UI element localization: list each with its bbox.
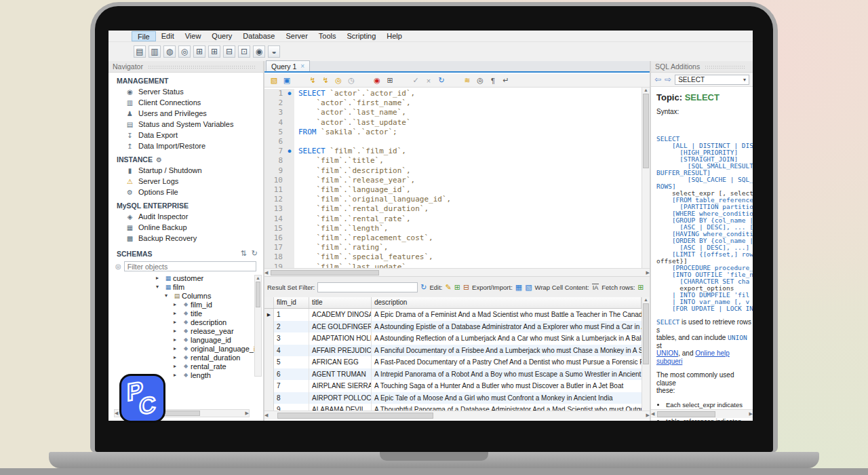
tree-item[interactable]: ▸ ◆ description [108,318,263,326]
cell-film-id[interactable]: 1 [274,309,309,321]
tree-item[interactable]: ▸ ◆ film_id [108,300,263,309]
menu-item[interactable]: Tools [313,31,342,41]
cell-title[interactable]: AFFAIR PREJUDICE [309,345,372,357]
cell-film-id[interactable]: 3 [274,332,309,345]
filter-objects-input[interactable] [124,261,256,271]
cell-title[interactable]: AFRICAN EGG [309,356,372,368]
scroll-right-icon[interactable]: ▶ [245,411,249,416]
tree-expander-icon[interactable]: ▸ [174,372,181,378]
union-link[interactable]: UNION [656,349,678,357]
cell-title[interactable]: ACE GOLDFINGER [309,321,372,333]
tree-vertical-scrollbar[interactable]: ▲ [254,275,262,377]
toolbar-icon[interactable]: ⊟ [223,45,235,58]
column-header-description[interactable]: description [372,297,642,308]
topic-dropdown[interactable]: SELECT ▾ [675,75,749,85]
scroll-left-icon[interactable]: ◀ [651,411,654,417]
tree-expander-icon[interactable]: ▸ [174,337,181,343]
menu-item[interactable]: File [132,31,156,41]
refresh-schemas-icon[interactable]: ↻ [252,249,258,258]
tree-item[interactable]: ▸ ▦ customer [108,273,263,282]
import-icon[interactable]: ▧ [525,283,532,292]
tree-expander-icon[interactable]: ▸ [174,345,181,352]
tree-item[interactable]: ▸ ◆ rental_rate [108,362,263,370]
tree-item[interactable]: ▸ ◆ language_id [108,335,263,344]
scrollbar-thumb[interactable] [643,94,649,168]
cell-film-id[interactable]: 6 [274,368,309,381]
editor-toolbar-icon[interactable]: ↵ [500,75,511,86]
scrollbar-thumb[interactable] [256,282,260,307]
scroll-left-icon[interactable]: ◀ [115,411,118,416]
refresh-icon[interactable]: ↻ [420,283,427,292]
tab-query-1[interactable]: Query 1 × [266,60,310,71]
table-row[interactable]: 7 AIRPLANE SIERRA A Touching Saga of a H… [264,380,642,392]
toolbar-icon[interactable]: ⊡ [238,45,250,58]
grid-vertical-scrollbar[interactable]: ▲ [642,297,650,411]
menu-item[interactable]: Database [237,31,280,41]
editor-vertical-scrollbar[interactable]: ▲ [642,88,650,268]
scrollbar-thumb[interactable] [643,303,649,364]
scroll-up-icon[interactable]: ▲ [256,276,260,280]
tree-expander-icon[interactable]: ▸ [174,319,181,325]
cell-title[interactable]: ACADEMY DINOSAUR [309,309,372,321]
cell-description[interactable]: A Touching Saga of a Hunter And a Butler… [372,380,642,392]
menu-item[interactable]: Scripting [342,31,382,41]
editor-toolbar-icon[interactable] [294,75,305,86]
cell-title[interactable]: AGENT TRUMAN [309,368,372,381]
menu-item[interactable]: Edit [156,31,180,41]
toolbar-icon[interactable]: ▤ [134,45,146,58]
editor-toolbar-icon[interactable] [397,75,408,86]
cell-description[interactable]: A Fast-Paced Documentary of a Pastry Che… [372,356,642,368]
table-row[interactable]: 4 AFFAIR PREJUDICE A Fanciful Documentar… [264,345,642,357]
table-row[interactable]: 3 ADAPTATION HOLES A Astounding Reflecti… [264,332,642,345]
tree-expander-icon[interactable]: ▸ [174,328,181,334]
tree-expander-icon[interactable]: ▸ [174,301,181,307]
menu-item[interactable]: View [180,31,207,41]
nav-item[interactable]: ▤ Status and System Variables [108,119,263,130]
grid-horizontal-scrollbar[interactable]: ◀ ▶ [264,411,650,419]
edit-cell-icon[interactable]: ✎ [445,283,451,292]
toolbar-icon[interactable]: ▥ [149,45,161,58]
menu-item[interactable]: Server [280,31,313,41]
column-header-title[interactable]: title [309,297,372,308]
menu-item[interactable]: Help [381,31,408,41]
sql-code-area[interactable]: 1 ● SELECT `actor`.`actor_id`, 2 `actor`… [264,88,642,268]
scrollbar-thumb[interactable] [271,270,379,276]
scroll-right-icon[interactable]: ▶ [749,411,753,417]
toolbar-icon[interactable]: ◎ [178,45,191,58]
nav-item[interactable]: ◈ Audit Inspector [108,211,263,222]
cell-description[interactable]: A Astounding Reflection of a Lumberjack … [372,332,642,345]
editor-toolbar-icon[interactable]: ◷ [346,75,357,86]
add-row-icon[interactable]: ⊞ [454,283,460,292]
editor-toolbar-icon[interactable]: ▣ [281,75,292,86]
editor-horizontal-scrollbar[interactable]: ◀ ▶ [264,268,650,276]
cell-description[interactable]: A Astounding Epistle of a Database Admin… [372,321,642,333]
table-row[interactable]: 6 AGENT TRUMAN A Intrepid Panorama of a … [264,368,642,381]
cell-film-id[interactable]: 7 [274,380,309,392]
editor-toolbar-icon[interactable]: ▧ [269,75,279,86]
wrap-cell-icon[interactable]: ΙA [592,284,599,291]
cell-description[interactable]: A Fanciful Documentary of a Frisbee And … [372,345,642,357]
editor-toolbar-icon[interactable]: ✓ [410,75,421,86]
fetch-rows-icon[interactable]: ⊞ [637,283,644,292]
cell-film-id[interactable]: 8 [274,392,309,404]
toolbar-icon[interactable]: ⊞ [208,45,220,58]
tree-expander-icon[interactable]: ▾ [156,284,163,290]
nav-item[interactable]: ▦ Online Backup [108,222,263,233]
column-header-film-id[interactable]: film_id [274,297,309,308]
cell-film-id[interactable]: 5 [274,356,309,368]
table-row[interactable]: 2 ACE GOLDFINGER A Astounding Epistle of… [264,321,642,333]
cell-description[interactable]: A Intrepid Panorama of a Robot And a Boy… [372,368,642,381]
tree-item[interactable]: ▸ ◆ release_year [108,326,263,335]
editor-toolbar-icon[interactable]: ↻ [436,75,447,86]
cell-title[interactable]: AIRPORT POLLOCK [309,392,372,404]
nav-item[interactable]: ↥ Data Import/Restore [108,140,263,151]
export-icon[interactable]: ▦ [515,283,522,292]
cell-film-id[interactable]: 4 [274,345,309,357]
editor-toolbar-icon[interactable]: ¶ [488,75,498,86]
scrollbar-thumb[interactable] [657,411,715,417]
editor-toolbar-icon[interactable]: ◉ [372,75,382,86]
table-row[interactable]: ▶ 1 ACADEMY DINOSAUR A Epic Drama of a F… [264,309,642,321]
table-row[interactable]: 8 AIRPORT POLLOCK A Epic Tale of a Moose… [264,392,642,404]
cell-title[interactable]: AIRPLANE SIERRA [309,380,372,392]
forward-icon[interactable]: ⇨ [665,75,671,84]
